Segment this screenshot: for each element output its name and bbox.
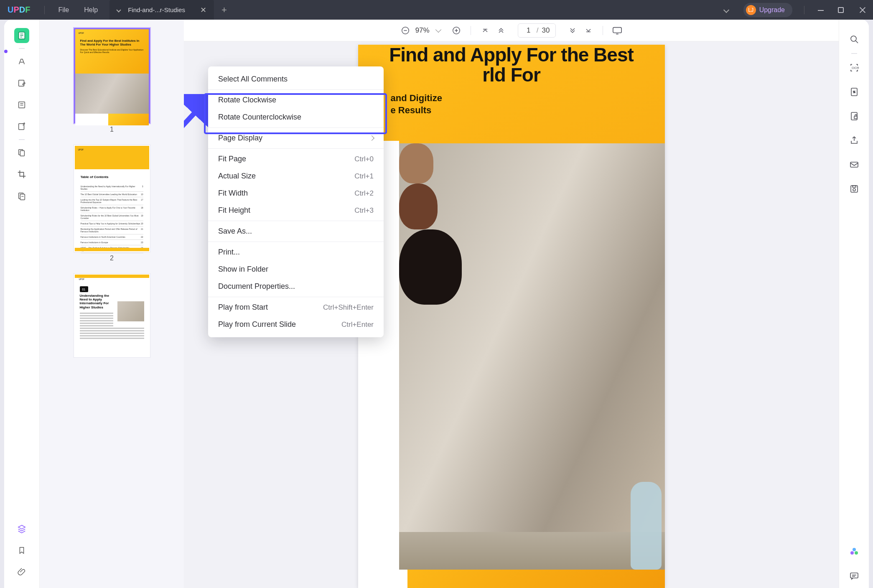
ctx-actual-size[interactable]: Actual SizeCtrl+1 <box>208 168 384 185</box>
svg-rect-10 <box>20 150 24 156</box>
tool-form[interactable] <box>14 97 29 112</box>
svg-rect-21 <box>613 27 621 33</box>
window-minimize-button[interactable] <box>817 6 825 14</box>
toc-row: Reviewing the Application Period and Off… <box>81 227 143 234</box>
svg-rect-5 <box>19 102 25 108</box>
next-page-button[interactable] <box>565 23 580 38</box>
thumbnail-panel[interactable]: UPDF Find and Apply For the Best Institu… <box>40 20 184 588</box>
tool-bookmark[interactable] <box>14 543 29 558</box>
thumbnail-page-1[interactable]: UPDF Find and Apply For the Best Institu… <box>74 28 150 123</box>
presentation-button[interactable] <box>610 23 625 38</box>
ctx-fit-height[interactable]: Fit HeightCtrl+3 <box>208 202 384 219</box>
doc-hero-image <box>399 143 665 570</box>
svg-point-33 <box>853 548 856 551</box>
ctx-play-from-current[interactable]: Play from Current SlideCtrl+Enter <box>208 316 384 333</box>
svg-rect-29 <box>850 162 858 167</box>
toc-row: Understanding the Need to Apply Internat… <box>81 184 143 192</box>
tool-highlight[interactable] <box>14 54 29 69</box>
last-page-button[interactable] <box>581 23 596 38</box>
context-menu: Select All Comments Rotate Clockwise Rot… <box>208 66 384 337</box>
menu-help[interactable]: Help <box>76 6 105 14</box>
avatar-badge: LJ <box>746 5 756 15</box>
ctx-page-display[interactable]: Page Display <box>208 130 384 147</box>
ctx-save-as[interactable]: Save As... <box>208 223 384 240</box>
zoom-value: 97% <box>415 26 430 35</box>
menu-file[interactable]: File <box>51 6 76 14</box>
window-close-button[interactable] <box>859 6 866 14</box>
app-logo: UPDF <box>8 5 30 15</box>
document-tab[interactable]: Find-and-...r-Studies ✕ <box>109 0 214 20</box>
viewer-toolbar: 97% 1 / 30 <box>184 20 839 41</box>
tool-redact[interactable] <box>14 188 29 204</box>
ctx-document-properties[interactable]: Document Properties... <box>208 278 384 295</box>
svg-rect-36 <box>850 573 858 578</box>
tool-edit-text[interactable] <box>14 76 29 91</box>
right-toolrail: OCR <box>839 20 869 588</box>
ai-assistant-icon[interactable] <box>848 545 860 558</box>
brand-tag: UPDF <box>79 32 84 34</box>
thumbnail-page-3[interactable]: UPDF 01 Understanding the Need to Apply … <box>74 274 150 357</box>
search-icon[interactable] <box>848 33 860 46</box>
tool-sign[interactable] <box>14 119 29 134</box>
convert-icon[interactable] <box>848 86 860 98</box>
svg-line-22 <box>184 107 201 173</box>
toc-row: Famous Institutions in Europe23 <box>81 240 143 245</box>
tool-layers[interactable] <box>14 521 29 536</box>
svg-point-31 <box>853 188 855 191</box>
zoom-dropdown-icon[interactable] <box>435 26 441 32</box>
doc-title-line2: rld For <box>358 65 665 85</box>
toc-row: Practical Tips to Help You in Applying f… <box>81 221 143 227</box>
ctx-rotate-counterclockwise[interactable]: Rotate Counterclockwise <box>208 109 384 126</box>
tool-crop[interactable] <box>14 167 29 182</box>
share-icon[interactable] <box>848 134 860 147</box>
ctx-print[interactable]: Print... <box>208 244 384 261</box>
email-icon[interactable] <box>848 158 860 171</box>
viewer-area: 97% 1 / 30 Find and Apply For the Best r… <box>184 20 839 588</box>
toc-row: Famous Institutions in North American Co… <box>81 234 143 240</box>
svg-rect-28 <box>854 116 857 119</box>
tool-attachment[interactable] <box>14 565 29 580</box>
ctx-show-in-folder[interactable]: Show in Folder <box>208 261 384 278</box>
ocr-icon[interactable]: OCR <box>848 61 860 74</box>
window-maximize-button[interactable] <box>838 6 845 14</box>
svg-point-34 <box>850 551 854 555</box>
comment-panel-icon[interactable] <box>848 570 860 582</box>
zoom-in-button[interactable] <box>449 23 464 38</box>
app-body: UPDF Find and Apply For the Best Institu… <box>4 20 869 588</box>
left-indicator-dot <box>4 50 8 53</box>
chevron-right-icon <box>369 135 374 141</box>
titlebar-dropdown-icon[interactable] <box>723 7 729 13</box>
prev-page-button[interactable] <box>494 23 509 38</box>
toc-row: Scholarship Rules for the 10 Best Global… <box>81 213 143 221</box>
svg-rect-8 <box>19 124 24 130</box>
svg-rect-32 <box>853 186 856 187</box>
ctx-fit-page[interactable]: Fit PageCtrl+0 <box>208 150 384 168</box>
doc-subtitle-line2: e Results <box>391 105 432 115</box>
svg-line-24 <box>855 41 858 43</box>
ctx-fit-width[interactable]: Fit WidthCtrl+2 <box>208 185 384 202</box>
toc-row: Looking into the Top 10 Subject Majors T… <box>81 197 143 205</box>
ctx-play-from-start[interactable]: Play from StartCtrl+Shift+Enter <box>208 299 384 316</box>
tool-organize[interactable] <box>14 145 29 160</box>
tool-thumbnails[interactable] <box>14 28 29 43</box>
svg-text:OCR: OCR <box>852 66 859 70</box>
svg-rect-12 <box>20 194 25 200</box>
page-stage[interactable]: Find and Apply For the Best rld For and … <box>184 41 839 588</box>
ctx-rotate-clockwise[interactable]: Rotate Clockwise <box>208 92 384 109</box>
page-input[interactable]: 1 / 30 <box>518 23 556 38</box>
new-tab-button[interactable]: + <box>221 5 227 15</box>
left-toolrail <box>4 20 40 588</box>
tab-close-icon[interactable]: ✕ <box>200 5 206 15</box>
upgrade-button[interactable]: LJ Upgrade <box>743 3 792 17</box>
first-page-button[interactable] <box>478 23 493 38</box>
titlebar: UPDF File Help Find-and-...r-Studies ✕ +… <box>0 0 873 20</box>
save-icon[interactable] <box>848 183 860 195</box>
protect-icon[interactable] <box>848 110 860 122</box>
thumbnail-page-2[interactable]: UPDF Table of Contents Understanding the… <box>74 145 150 252</box>
tab-dropdown-icon[interactable] <box>116 8 121 12</box>
ctx-select-all-comments[interactable]: Select All Comments <box>208 71 384 88</box>
zoom-out-button[interactable] <box>398 23 413 38</box>
doc-subtitle-line1: and Digitize <box>391 93 442 103</box>
tab-title: Find-and-...r-Studies <box>128 6 185 13</box>
page-total: 30 <box>542 26 550 35</box>
